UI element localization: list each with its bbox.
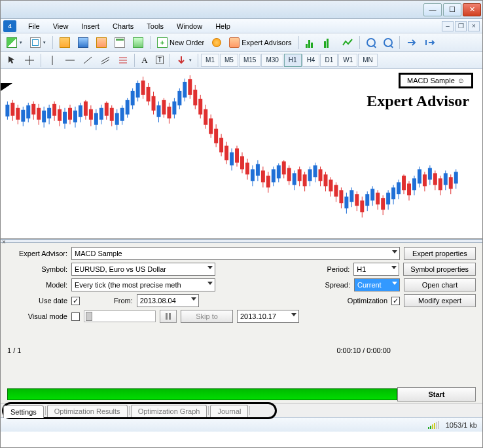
menu-window[interactable]: Window: [170, 20, 209, 32]
drawing-toolbar: A T ▾ M1 M5 M15 M30 H1 H4 D1 W1 MN: [1, 52, 482, 69]
arrows-tool[interactable]: ▾: [173, 53, 195, 67]
new-order-button[interactable]: New Order: [154, 35, 207, 50]
cursor-tool[interactable]: [3, 53, 20, 67]
select-model[interactable]: Every tick (the most precise meth: [71, 278, 215, 291]
channel-tool[interactable]: [97, 53, 114, 67]
traffic-label: 1053/1 kb: [446, 421, 477, 429]
profiles-button[interactable]: ▾: [27, 35, 49, 50]
checkbox-optimization[interactable]: ✓: [391, 297, 400, 305]
tab-settings[interactable]: Settings: [3, 405, 44, 418]
zoom-in-button[interactable]: [363, 35, 379, 50]
svg-rect-169: [423, 174, 427, 186]
annotation-label: Expert Advisor: [367, 92, 469, 110]
tf-m1[interactable]: M1: [201, 54, 219, 67]
svg-rect-171: [428, 168, 432, 179]
menu-charts[interactable]: Charts: [106, 20, 140, 32]
open-chart-button[interactable]: Open chart: [404, 278, 476, 291]
tester-close-button[interactable]: ×: [2, 238, 6, 246]
menu-help[interactable]: Help: [209, 20, 237, 32]
tab-optimization-graph[interactable]: Optimization Graph: [131, 405, 207, 417]
start-button[interactable]: Start: [397, 387, 476, 401]
menu-view[interactable]: View: [46, 20, 75, 32]
status-bar: 1053/1 kb: [1, 417, 482, 432]
chartshift-button[interactable]: [421, 35, 438, 50]
menu-insert[interactable]: Insert: [75, 20, 106, 32]
svg-line-2: [84, 57, 92, 64]
metaquotes-button[interactable]: [209, 35, 224, 50]
checkbox-visual-mode[interactable]: [71, 312, 80, 321]
window-close-button[interactable]: ✕: [463, 3, 481, 16]
skipto-button[interactable]: Skip to: [181, 310, 233, 323]
marketwatch-button[interactable]: [56, 35, 73, 50]
date-from[interactable]: 2013.08.04: [137, 294, 199, 307]
mdi-minimize-button[interactable]: –: [442, 21, 454, 31]
menu-tools[interactable]: Tools: [140, 20, 170, 32]
tf-h4[interactable]: H4: [302, 54, 320, 67]
window-minimize-button[interactable]: —: [423, 3, 442, 16]
svg-rect-181: [454, 172, 458, 183]
tf-d1[interactable]: D1: [320, 54, 338, 67]
line-chart-button[interactable]: [339, 35, 356, 50]
main-toolbar: ▾ ▾ New Order Expert Advisors: [1, 33, 482, 52]
hline-tool[interactable]: [62, 53, 79, 67]
strategy-tester-panel: Expert Advisor: MACD Sample Expert prope…: [1, 243, 482, 403]
tab-journal[interactable]: Journal: [210, 405, 248, 417]
zoom-out-icon: [384, 38, 393, 47]
crosshair-tool[interactable]: [21, 53, 38, 67]
svg-marker-183: [0, 83, 12, 91]
select-expert-advisor[interactable]: MACD Sample: [71, 247, 400, 260]
tester-button[interactable]: [130, 35, 147, 50]
modify-expert-button[interactable]: Modify expert: [404, 294, 476, 307]
zoom-out-button[interactable]: [380, 35, 396, 50]
menu-file[interactable]: File: [22, 20, 46, 32]
navigator-button[interactable]: [93, 35, 110, 50]
bars-chart-button[interactable]: [302, 35, 319, 50]
zoom-in-icon: [367, 38, 376, 47]
tf-w1[interactable]: W1: [338, 54, 357, 67]
select-symbol[interactable]: EURUSD, Euro vs US Dollar: [71, 263, 215, 276]
progress-bar: [7, 388, 397, 400]
label-period: Period:: [317, 265, 349, 273]
label-model: Model:: [7, 281, 67, 289]
select-period[interactable]: H1: [353, 263, 399, 276]
terminal-button[interactable]: [111, 35, 128, 50]
vline-tool[interactable]: [44, 53, 61, 67]
tf-m5[interactable]: M5: [220, 54, 238, 67]
datawindow-button[interactable]: [75, 35, 92, 50]
mdi-restore-button[interactable]: ❐: [455, 21, 467, 31]
autoscroll-button[interactable]: [403, 35, 420, 50]
svg-rect-175: [438, 178, 442, 190]
new-order-label: New Order: [170, 39, 204, 47]
tf-m15[interactable]: M15: [239, 54, 260, 67]
app-icon: 4: [3, 20, 16, 32]
tester-tabs: Settings Optimization Results Optimizati…: [1, 403, 482, 417]
date-to[interactable]: 2013.10.17: [237, 310, 299, 323]
ea-icon: [229, 37, 240, 48]
expert-advisors-button[interactable]: Expert Advisors: [226, 35, 295, 50]
text-tool[interactable]: A: [137, 53, 152, 67]
tf-m30[interactable]: M30: [261, 54, 283, 67]
label-spread: Spread:: [317, 281, 350, 289]
tf-h1[interactable]: H1: [284, 54, 302, 67]
trendline-tool[interactable]: [79, 53, 96, 67]
candles-chart-button[interactable]: [321, 35, 338, 50]
new-chart-button[interactable]: ▾: [3, 35, 26, 50]
symbol-properties-button[interactable]: Symbol properties: [403, 263, 476, 276]
annotation-arrow-icon: [0, 83, 417, 253]
fibo-tool[interactable]: [115, 53, 132, 67]
window-maximize-button[interactable]: ☐: [443, 3, 461, 16]
svg-rect-177: [444, 173, 448, 185]
panel-splitter[interactable]: ×: [1, 239, 482, 243]
metaquotes-icon: [212, 38, 221, 47]
tab-optimization-results[interactable]: Optimization Results: [47, 405, 128, 417]
pause-button[interactable]: [160, 310, 177, 323]
select-spread[interactable]: Current: [354, 278, 400, 291]
connection-signal-icon: [428, 421, 439, 429]
price-chart[interactable]: MACD Sample ☺ Expert Advisor: [1, 69, 482, 239]
mdi-close-button[interactable]: ×: [468, 21, 480, 31]
checkbox-use-date[interactable]: ✓: [71, 297, 80, 305]
textlabel-tool[interactable]: T: [152, 53, 167, 67]
tf-mn[interactable]: MN: [358, 54, 378, 67]
progress-time: 0:00:10 / 0:00:00: [336, 346, 391, 354]
speed-slider[interactable]: [84, 310, 156, 322]
